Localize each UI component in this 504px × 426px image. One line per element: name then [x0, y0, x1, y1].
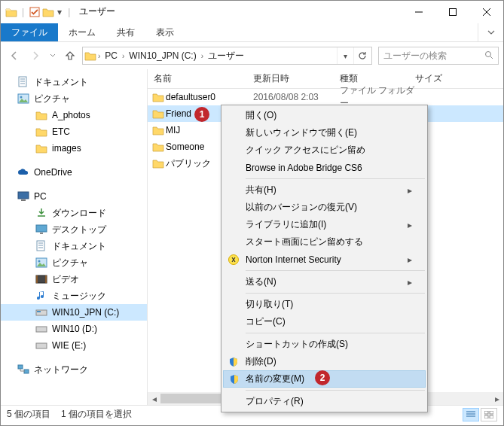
tab-view[interactable]: 表示: [145, 23, 185, 41]
tree-item-folder[interactable]: A_photos: [1, 107, 147, 123]
address-dropdown-button[interactable]: ▾: [337, 47, 353, 64]
tree-label: デスクトップ: [52, 224, 106, 236]
svg-rect-17: [37, 311, 41, 312]
tree-item-folder[interactable]: images: [1, 140, 147, 157]
navigation-pane[interactable]: ドキュメント ピクチャ A_photos ETC images OneDrive…: [1, 69, 148, 405]
tree-item-pc[interactable]: PC: [1, 188, 147, 205]
ctx-pin-quick-access[interactable]: クイック アクセスにピン留め: [223, 141, 426, 159]
tree-item-drive-c[interactable]: WIN10_JPN (C:): [1, 304, 147, 321]
scroll-right-button[interactable]: ▸: [490, 392, 503, 405]
ctx-open-new-window[interactable]: 新しいウィンドウで開く(E): [223, 124, 426, 141]
column-size[interactable]: サイズ: [415, 72, 503, 85]
ctx-create-shortcut[interactable]: ショートカットの作成(S): [223, 336, 426, 353]
tree-item-music[interactable]: ミュージック: [1, 288, 147, 304]
ctx-pin-start[interactable]: スタート画面にピン留めする: [223, 233, 426, 251]
thumbnails-view-button[interactable]: [481, 408, 497, 421]
tree-item-network[interactable]: ネットワーク: [1, 361, 147, 378]
tree-item-onedrive[interactable]: OneDrive: [1, 164, 147, 181]
pictures-icon: [17, 93, 29, 105]
svg-rect-18: [36, 327, 47, 332]
forward-button[interactable]: [26, 47, 44, 65]
tree-label: A_photos: [52, 110, 90, 120]
ctx-open[interactable]: 開く(O): [223, 107, 426, 124]
folder-icon: [152, 92, 166, 102]
status-count: 5 個の項目: [7, 408, 50, 421]
tree-item-pictures[interactable]: ピクチャ: [1, 254, 147, 271]
shield-icon: [228, 373, 240, 385]
videos-icon: [35, 273, 47, 285]
tree-item-desktop[interactable]: デスクトップ: [1, 221, 147, 238]
tree-label: ピクチャ: [52, 257, 88, 269]
up-button[interactable]: [61, 47, 79, 65]
file-date: 2016/08/08 2:03: [253, 92, 340, 102]
breadcrumb-seg[interactable]: ユーザー: [205, 47, 247, 64]
ribbon-expand-button[interactable]: [478, 23, 503, 41]
pictures-icon: [35, 257, 47, 269]
tree-label: PC: [34, 191, 47, 202]
folder-icon: [5, 6, 17, 18]
tab-home[interactable]: ホーム: [58, 23, 106, 41]
folder-icon: [152, 125, 166, 135]
tree-item-pictures[interactable]: ピクチャ: [1, 90, 147, 107]
tree-item-downloads[interactable]: ダウンロード: [1, 205, 147, 221]
tree-label: WIN10 (D:): [52, 324, 97, 334]
file-tab[interactable]: ファイル: [1, 23, 58, 41]
close-button[interactable]: [469, 1, 503, 23]
qat-dropdown-icon[interactable]: ▾: [56, 7, 63, 17]
svg-rect-23: [490, 411, 493, 414]
recent-button[interactable]: [47, 47, 58, 65]
chevron-right-icon[interactable]: ›: [121, 52, 126, 60]
qat-separator: |: [19, 7, 27, 17]
status-selected: 1 個の項目を選択: [61, 408, 132, 421]
details-view-button[interactable]: [463, 408, 479, 421]
chevron-right-icon: ▸: [408, 254, 412, 265]
maximize-button[interactable]: [435, 1, 469, 23]
tree-label: WIE (E:): [52, 340, 86, 351]
tree-item-drive-d[interactable]: WIN10 (D:): [1, 321, 147, 337]
tree-label: ミュージック: [52, 290, 106, 303]
back-button[interactable]: [5, 47, 23, 65]
norton-icon: [228, 254, 240, 266]
ctx-adobe-bridge[interactable]: Browse in Adobe Bridge CS6: [223, 159, 426, 176]
column-type[interactable]: 種類: [340, 72, 415, 85]
tree-item-documents[interactable]: ドキュメント: [1, 74, 147, 90]
ctx-delete[interactable]: 削除(D): [223, 353, 426, 370]
qat-separator: |: [65, 7, 73, 17]
tree-item-documents[interactable]: ドキュメント: [1, 238, 147, 254]
column-date[interactable]: 更新日時: [253, 72, 340, 85]
ctx-properties[interactable]: プロパティ(R): [223, 393, 426, 410]
breadcrumb-seg[interactable]: WIN10_JPN (C:): [126, 47, 199, 64]
ctx-separator: [246, 333, 425, 333]
address-bar[interactable]: › PC › WIN10_JPN (C:) › ユーザー ▾: [82, 47, 372, 65]
column-name[interactable]: 名前: [148, 72, 253, 85]
svg-rect-1: [449, 8, 456, 15]
drive-icon: [35, 306, 47, 318]
tree-item-folder[interactable]: ETC: [1, 123, 147, 140]
svg-rect-9: [40, 233, 43, 234]
ctx-restore-versions[interactable]: 以前のバージョンの復元(V): [223, 199, 426, 216]
ctx-cut[interactable]: 切り取り(T): [223, 296, 426, 313]
ctx-send-to[interactable]: 送る(N)▸: [223, 273, 426, 291]
chevron-right-icon[interactable]: ›: [200, 52, 205, 60]
file-row[interactable]: defaultuser02016/08/08 2:03ファイル フォルダー: [148, 89, 503, 105]
ctx-copy[interactable]: コピー(C): [223, 313, 426, 330]
tree-item-videos[interactable]: ビデオ: [1, 271, 147, 288]
svg-rect-25: [490, 415, 493, 418]
ctx-share[interactable]: 共有(H)▸: [223, 181, 426, 199]
search-input[interactable]: ユーザーの検索: [378, 47, 499, 65]
music-icon: [35, 290, 47, 302]
refresh-button[interactable]: [353, 47, 370, 64]
svg-rect-22: [484, 411, 488, 414]
folder-small-icon[interactable]: [42, 6, 54, 18]
scroll-left-button[interactable]: ◂: [148, 392, 160, 405]
checkbox-icon[interactable]: [29, 6, 41, 18]
tab-share[interactable]: 共有: [106, 23, 145, 41]
quick-access-toolbar: | ▾ |: [1, 6, 73, 18]
tree-item-drive-e[interactable]: WIE (E:): [1, 337, 147, 354]
chevron-right-icon[interactable]: ›: [96, 52, 102, 60]
minimize-button[interactable]: [402, 1, 435, 23]
ctx-add-library[interactable]: ライブラリに追加(I)▸: [223, 216, 426, 233]
svg-rect-24: [484, 415, 488, 418]
ctx-norton[interactable]: Norton Internet Security▸: [223, 251, 426, 268]
breadcrumb-seg[interactable]: PC: [102, 47, 121, 64]
